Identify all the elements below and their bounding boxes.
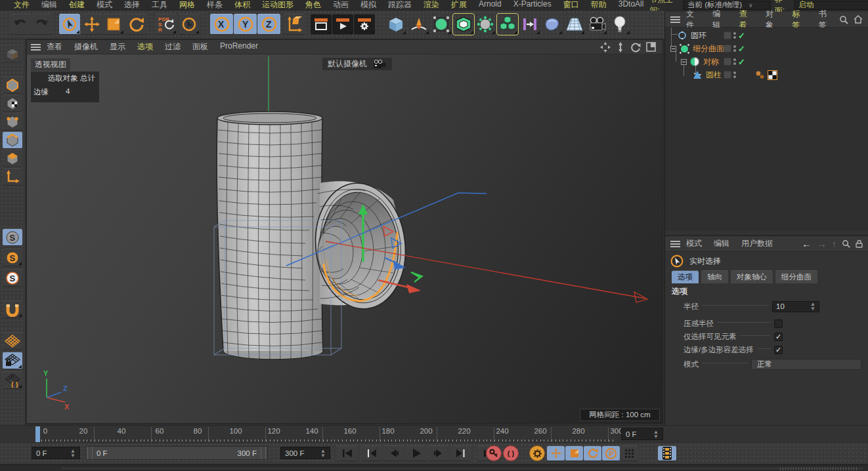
record-rotation-toggle[interactable]	[584, 445, 601, 461]
view-label[interactable]: 透视视图	[31, 58, 70, 71]
object-name[interactable]: 对称	[703, 56, 719, 68]
model-mode-button[interactable]	[3, 76, 22, 94]
rotate-tool-button[interactable]	[126, 14, 147, 35]
render-view-button[interactable]	[311, 14, 332, 35]
menu-item[interactable]: 网格	[173, 0, 201, 10]
range-right-handle[interactable]	[261, 447, 266, 459]
deformer-button[interactable]	[475, 14, 496, 35]
redo-button[interactable]	[31, 14, 52, 35]
next-frame-button[interactable]	[427, 445, 449, 461]
menu-item[interactable]: 工具	[146, 0, 173, 10]
polygons-mode-button[interactable]	[3, 150, 22, 167]
subdivision-surface-active-button[interactable]	[453, 14, 474, 35]
edges-mode-button[interactable]	[3, 131, 22, 149]
lock-workplane-button[interactable]	[3, 352, 22, 369]
floor-environment-button[interactable]	[564, 14, 585, 35]
object-name[interactable]: 圆环	[691, 30, 706, 41]
visibility-dots[interactable]	[733, 45, 736, 52]
lock-icon[interactable]	[856, 239, 863, 248]
snap-white-button[interactable]: S	[3, 269, 22, 287]
viewport-menu-item[interactable]: 面板	[186, 41, 214, 52]
live-selection-button[interactable]	[59, 14, 80, 35]
render-settings-button[interactable]	[354, 14, 375, 35]
pan-view-icon[interactable]	[600, 42, 611, 52]
selection-tag-icon[interactable]	[768, 70, 777, 80]
axis-mode-button[interactable]	[3, 168, 22, 186]
magnet-snap-button[interactable]	[3, 300, 22, 318]
spinner-arrows-icon[interactable]: ▲▼	[320, 449, 326, 458]
enable-snap-button[interactable]: S	[3, 228, 22, 246]
move-tool-button[interactable]	[81, 14, 102, 35]
texture-mode-button[interactable]	[3, 94, 22, 112]
keyframe-settings-button[interactable]	[529, 445, 545, 461]
menu-item[interactable]: 3DtoAll	[613, 0, 650, 10]
array-clone-button[interactable]	[497, 14, 518, 35]
camera-small-icon[interactable]	[374, 60, 387, 68]
layer-square[interactable]	[724, 45, 731, 52]
radius-input[interactable]: 10 ▲▼	[772, 301, 819, 312]
previous-frame-button[interactable]	[383, 445, 404, 461]
viewport-menu-item[interactable]: 选项	[131, 41, 159, 52]
menu-item[interactable]: X-Particles	[508, 0, 557, 10]
search-icon[interactable]	[839, 15, 848, 24]
menu-item[interactable]: 创建	[63, 0, 91, 10]
record-keyframe-button[interactable]	[486, 445, 502, 461]
add-cube-button[interactable]	[385, 14, 406, 35]
menu-item[interactable]: 跟踪器	[382, 0, 418, 10]
menu-item[interactable]: 模式	[91, 0, 118, 10]
visibility-dots[interactable]	[733, 32, 736, 39]
previous-key-button[interactable]	[360, 445, 382, 461]
tolerant-selection-checkbox[interactable]: ✓	[774, 346, 783, 354]
visibility-dots[interactable]	[733, 72, 736, 78]
make-editable-button[interactable]	[3, 45, 22, 62]
record-parameter-toggle[interactable]: P	[602, 445, 620, 461]
workplane-button[interactable]	[3, 332, 22, 350]
parent-up-icon[interactable]: ↑	[832, 239, 836, 249]
menu-item[interactable]: 编辑	[35, 0, 63, 10]
home-icon[interactable]	[854, 15, 863, 24]
scale-tool-button[interactable]	[103, 14, 124, 35]
layer-square[interactable]	[724, 71, 731, 79]
object-row-circle[interactable]: 圆环 ✓	[665, 29, 868, 42]
viewport-menu-item[interactable]: 查看	[41, 41, 68, 52]
object-name[interactable]: 圆柱	[706, 70, 722, 81]
am-menu-userdata[interactable]: 用户数据	[735, 238, 779, 249]
enabled-check-icon[interactable]: ✓	[738, 31, 745, 41]
mode-dropdown[interactable]: 正常	[751, 359, 861, 370]
spinner-arrows-icon[interactable]: ▲▼	[810, 302, 815, 311]
snap-orange-button[interactable]: S	[3, 249, 22, 266]
camera-label[interactable]: 默认摄像机	[322, 58, 392, 70]
am-menu-mode[interactable]: 模式	[680, 238, 708, 249]
collapse-icon[interactable]	[670, 46, 676, 52]
add-spline-pen-button[interactable]	[408, 14, 429, 35]
timeline-range-slider[interactable]: 0 F 300 F	[85, 446, 268, 460]
collapse-icon[interactable]	[681, 59, 687, 65]
menu-item[interactable]: 动画	[327, 0, 355, 10]
viewport-menu-icon[interactable]	[31, 44, 41, 51]
object-row-symmetry[interactable]: 对称 ✓	[665, 55, 868, 68]
selection-tool-button[interactable]	[179, 14, 200, 35]
points-mode-button[interactable]	[3, 113, 22, 131]
viewport-menu-item[interactable]: ProRender	[214, 41, 264, 52]
autokey-button[interactable]: ( )	[503, 445, 519, 461]
menu-item[interactable]: 运动图形	[256, 0, 299, 10]
range-start-spinner[interactable]: 0 F ▲▼	[32, 447, 80, 459]
psr-last-tool-button[interactable]: PSR S R	[156, 14, 177, 35]
search-icon[interactable]	[842, 239, 850, 248]
phong-tag-icon[interactable]	[755, 70, 765, 80]
lock-x-axis-button[interactable]: X	[210, 14, 233, 35]
menu-item[interactable]: 选择	[118, 0, 146, 10]
current-frame-spinner[interactable]: 0 F ▲▼	[621, 428, 663, 440]
camera-button[interactable]	[586, 14, 607, 35]
layer-square[interactable]	[724, 31, 731, 39]
history-back-icon[interactable]: ←	[802, 238, 812, 249]
viewport-menu-item[interactable]: 显示	[104, 41, 131, 52]
menu-item[interactable]: 扩展	[445, 0, 473, 10]
object-name[interactable]: 细分曲面	[693, 43, 724, 54]
menu-item[interactable]: 角色	[299, 0, 327, 10]
attribute-tab[interactable]: 细分曲面	[775, 270, 817, 283]
am-menu-edit[interactable]: 编辑	[708, 238, 735, 249]
attribute-tab[interactable]: 选项	[672, 270, 699, 283]
menu-item[interactable]: 文件	[8, 0, 35, 10]
object-row-subdivision[interactable]: 细分曲面 ✓	[665, 42, 868, 55]
